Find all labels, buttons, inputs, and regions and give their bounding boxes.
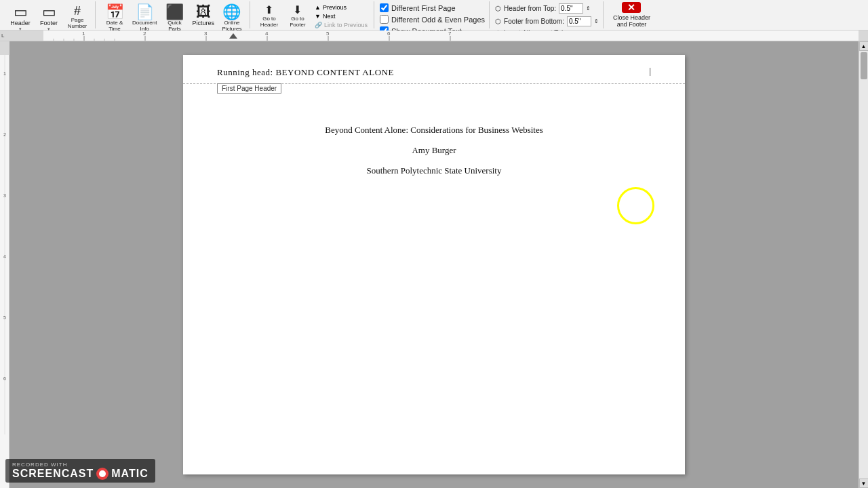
ruler-left-area: L xyxy=(0,30,43,41)
footer-from-bottom-row: ⬡ Footer from Bottom: ⇕ xyxy=(495,16,599,26)
header-from-top-spinner[interactable]: ⇕ xyxy=(586,5,591,12)
svg-text:4: 4 xyxy=(265,30,269,37)
cursor-indicator: | xyxy=(649,66,651,77)
header-footer-group: ▭ Header ▾ ▭ Footer ▾ # PageNumber ▾ Hea… xyxy=(3,1,96,28)
quick-parts-icon: ⬛ xyxy=(165,5,184,20)
watermark-line2: SCREENCAST MATIC xyxy=(12,468,149,480)
header-button[interactable]: ▭ Header ▾ xyxy=(7,3,34,33)
svg-text:1: 1 xyxy=(3,71,6,76)
scroll-up-arrow[interactable]: ▲ xyxy=(859,41,869,51)
document-author: Amy Burger xyxy=(412,145,456,156)
svg-marker-20 xyxy=(229,33,237,39)
link-to-previous-button[interactable]: 🔗 Link to Previous xyxy=(313,21,370,29)
pictures-icon: 🖼 xyxy=(196,5,211,20)
different-odd-even-checkbox[interactable] xyxy=(380,15,389,24)
navigation-content: ⬆ Go toHeader ⬇ Go toFooter ▲ Previous ▼… xyxy=(256,3,370,29)
svg-text:2: 2 xyxy=(143,30,146,37)
vertical-ruler: 1 2 3 4 5 6 xyxy=(0,41,9,488)
svg-text:1: 1 xyxy=(82,30,85,37)
different-first-page-checkbox[interactable] xyxy=(380,3,389,12)
previous-button[interactable]: ▲ Previous xyxy=(313,3,370,12)
watermark-screencast: SCREENCAST xyxy=(12,468,94,480)
different-odd-even-option[interactable]: Different Odd & Even Pages xyxy=(380,15,485,24)
go-to-header-icon: ⬆ xyxy=(264,5,273,16)
page-header-area[interactable]: Running head: BEYOND CONTENT ALONE | Fir… xyxy=(183,55,685,84)
date-time-button[interactable]: 📅 Date &Time xyxy=(101,3,128,33)
header-from-top-label: Header from Top: xyxy=(504,5,556,12)
vertical-ruler-svg: 1 2 3 4 5 6 xyxy=(0,41,9,448)
svg-text:3: 3 xyxy=(3,193,6,198)
page-number-icon: # xyxy=(74,5,81,17)
previous-icon: ▲ xyxy=(315,4,321,11)
go-to-footer-icon: ⬇ xyxy=(293,5,302,16)
page-body: Beyond Content Alone: Considerations for… xyxy=(183,84,685,203)
svg-text:5: 5 xyxy=(3,315,6,320)
header-label: Header xyxy=(10,20,31,26)
scroll-thumb[interactable] xyxy=(861,52,867,79)
previous-label: Previous xyxy=(323,4,347,11)
header-from-top-row: ⬡ Header from Top: ⇕ xyxy=(495,3,591,14)
pictures-label: Pictures xyxy=(192,20,214,26)
watermark-inner-dot xyxy=(99,470,106,477)
footer-from-bottom-input[interactable] xyxy=(567,16,591,26)
link-to-previous-label: Link to Previous xyxy=(324,22,368,28)
close-header-footer-button[interactable]: ✕ xyxy=(622,2,641,13)
options-group: Different First Page Different Odd & Eve… xyxy=(376,1,490,28)
document-scroll-area[interactable]: Running head: BEYOND CONTENT ALONE | Fir… xyxy=(9,41,859,488)
main-area: 1 2 3 4 5 6 Running head: BEYOND CONTENT… xyxy=(0,41,868,488)
date-time-icon: 📅 xyxy=(106,5,124,20)
watermark-dot xyxy=(96,468,108,480)
ribbon: ▭ Header ▾ ▭ Footer ▾ # PageNumber ▾ Hea… xyxy=(0,0,868,30)
ribbon-content: ▭ Header ▾ ▭ Footer ▾ # PageNumber ▾ Hea… xyxy=(0,0,868,30)
svg-text:5: 5 xyxy=(326,30,330,37)
ruler-track: 1 2 3 4 5 6 7 xyxy=(43,30,859,41)
svg-text:6: 6 xyxy=(3,376,6,381)
close-header-footer-label: Close Headerand Footer xyxy=(613,14,650,28)
navigation-group: ⬆ Go toHeader ⬇ Go toFooter ▲ Previous ▼… xyxy=(252,1,374,28)
svg-text:2: 2 xyxy=(3,132,6,137)
svg-text:4: 4 xyxy=(3,254,6,259)
go-to-footer-label: Go toFooter xyxy=(290,16,305,28)
pictures-button[interactable]: 🖼 Pictures xyxy=(189,3,217,28)
ruler-svg: 1 2 3 4 5 6 7 xyxy=(43,30,859,41)
next-label: Next xyxy=(323,13,336,20)
different-first-page-option[interactable]: Different First Page xyxy=(380,3,456,12)
document-institution: Southern Polytechnic State University xyxy=(367,165,502,176)
footer-from-bottom-label: Footer from Bottom: xyxy=(504,18,564,25)
svg-text:7: 7 xyxy=(448,30,452,37)
different-first-page-label: Different First Page xyxy=(391,4,456,12)
insert-group: 📅 Date &Time 📄 DocumentInfo ▾ ⬛ QuickPar… xyxy=(97,1,250,28)
vertical-scrollbar[interactable]: ▲ ▼ xyxy=(859,41,868,488)
document-title: Beyond Content Alone: Considerations for… xyxy=(325,125,543,136)
online-pictures-button[interactable]: 🌐 OnlinePictures xyxy=(218,3,245,33)
horizontal-ruler: L 1 2 3 4 5 6 7 xyxy=(0,30,868,41)
close-x-icon: ✕ xyxy=(627,2,635,13)
screencastomatic-watermark: RECORDED WITH SCREENCAST MATIC xyxy=(5,459,155,483)
close-group: ✕ Close Headerand Footer xyxy=(605,1,658,28)
scroll-track[interactable] xyxy=(859,51,868,479)
watermark-line1: RECORDED WITH xyxy=(12,462,149,468)
header-from-top-icon: ⬡ xyxy=(495,5,501,12)
page-number-label: PageNumber xyxy=(68,17,87,29)
svg-text:6: 6 xyxy=(387,30,391,37)
go-to-header-button[interactable]: ⬆ Go toHeader xyxy=(256,3,283,29)
next-icon: ▼ xyxy=(315,13,321,20)
footer-from-bottom-spinner[interactable]: ⇕ xyxy=(594,18,599,24)
scroll-down-arrow[interactable]: ▼ xyxy=(859,479,869,488)
footer-label: Footer xyxy=(40,20,58,26)
online-pictures-icon: 🌐 xyxy=(222,5,241,20)
footer-icon: ▭ xyxy=(42,5,56,20)
footer-from-bottom-icon: ⬡ xyxy=(495,18,501,25)
position-group: ⬡ Header from Top: ⇕ ⬡ Footer from Botto… xyxy=(491,1,604,28)
svg-text:3: 3 xyxy=(204,30,208,37)
watermark-matic: MATIC xyxy=(111,468,148,480)
document-page: Running head: BEYOND CONTENT ALONE | Fir… xyxy=(183,55,685,474)
svg-rect-21 xyxy=(0,41,9,55)
header-from-top-input[interactable] xyxy=(559,3,583,14)
document-info-icon: 📄 xyxy=(136,5,154,20)
running-head-text: Running head: BEYOND CONTENT ALONE xyxy=(217,67,394,77)
go-to-header-label: Go toHeader xyxy=(260,16,278,28)
next-button[interactable]: ▼ Next xyxy=(313,12,370,20)
footer-button[interactable]: ▭ Footer ▾ xyxy=(35,3,62,33)
go-to-footer-button[interactable]: ⬇ Go toFooter xyxy=(284,3,311,29)
